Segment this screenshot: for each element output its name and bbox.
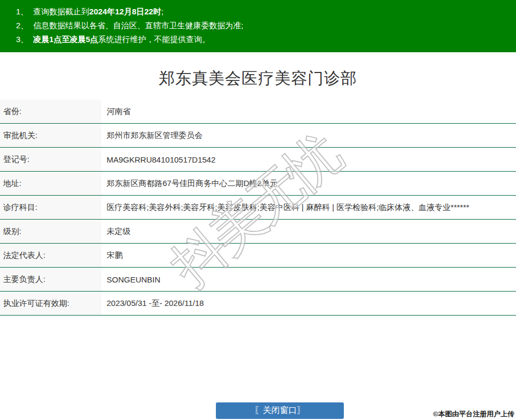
table-row-approval-authority: 审批机关: 郑州市郑东新区管理委员会: [0, 124, 516, 148]
notice-text: 信息数据结果以各省、自治区、直辖市卫生健康委数据为准;: [33, 21, 243, 30]
query-result-page: 1、查询数据截止到2024年12月8日22时; 2、信息数据结果以各省、自治区、…: [0, 0, 516, 420]
table-row-address: 地址: 郑东新区商都路67号佳田商务中心二期D幢2单元: [0, 172, 516, 196]
notice-text: 系统进行维护，不能提供查询。: [98, 35, 210, 44]
notice-header: 1、查询数据截止到2024年12月8日22时; 2、信息数据结果以各省、自治区、…: [0, 0, 516, 52]
notice-number: 3、: [16, 33, 28, 46]
row-value: 河南省: [101, 100, 516, 123]
row-value: MA9GKRRU841010517D1542: [101, 148, 516, 171]
row-label: 法定代表人:: [0, 244, 101, 267]
notice-text-bold: 2024年12月8日22时: [89, 7, 161, 16]
row-label: 审批机关:: [0, 124, 101, 147]
notice-number: 2、: [16, 19, 28, 33]
table-row-medical-subjects: 诊疗科目: 医疗美容科;美容外科;美容牙科;美容皮肤科;美容中医科 | 麻醉科 …: [0, 196, 516, 220]
image-credit-watermark: ©本图由平台注册用户上传: [433, 409, 514, 419]
notice-line-2: 2、信息数据结果以各省、自治区、直辖市卫生健康委数据为准;: [16, 19, 511, 33]
table-row-level: 级别: 未定级: [0, 220, 516, 244]
row-label: 级别:: [0, 220, 101, 243]
row-label: 省份:: [0, 100, 101, 123]
table-row-license-validity: 执业许可证有效期: 2023/05/31 -至- 2026/11/18: [0, 292, 516, 316]
close-window-button[interactable]: 〖关闭窗口〗: [216, 402, 344, 419]
row-value: 郑州市郑东新区管理委员会: [101, 124, 516, 147]
institution-info-table: 省份: 河南省 审批机关: 郑州市郑东新区管理委员会 登记号: MA9GKRRU…: [0, 100, 516, 316]
table-row-province: 省份: 河南省: [0, 100, 516, 124]
row-value: SONGEUNBIN: [101, 268, 516, 291]
notice-line-1: 1、查询数据截止到2024年12月8日22时;: [16, 5, 511, 19]
notice-text-bold: 凌晨1点至凌晨5点: [33, 35, 98, 44]
row-label: 登记号:: [0, 148, 101, 171]
institution-title: 郑东真美会医疗美容门诊部: [0, 69, 516, 87]
notice-text: ;: [161, 7, 163, 16]
row-value: 2023/05/31 -至- 2026/11/18: [101, 292, 516, 315]
row-label: 地址:: [0, 172, 101, 195]
row-label: 诊疗科目:: [0, 196, 101, 219]
notice-number: 1、: [16, 5, 28, 19]
row-value: 郑东新区商都路67号佳田商务中心二期D幢2单元: [101, 172, 516, 195]
row-label: 主要负责人:: [0, 268, 101, 291]
table-row-legal-representative: 法定代表人: 宋鹏: [0, 244, 516, 268]
row-value: 医疗美容科;美容外科;美容牙科;美容皮肤科;美容中医科 | 麻醉科 | 医学检验…: [101, 196, 516, 219]
row-label: 执业许可证有效期:: [0, 292, 101, 315]
notice-text: 查询数据截止到: [33, 7, 89, 16]
table-row-main-person-in-charge: 主要负责人: SONGEUNBIN: [0, 268, 516, 292]
row-value: 宋鹏: [101, 244, 516, 267]
notice-line-3: 3、凌晨1点至凌晨5点系统进行维护，不能提供查询。: [16, 33, 511, 46]
table-row-registration-number: 登记号: MA9GKRRU841010517D1542: [0, 148, 516, 172]
row-value: 未定级: [101, 220, 516, 243]
